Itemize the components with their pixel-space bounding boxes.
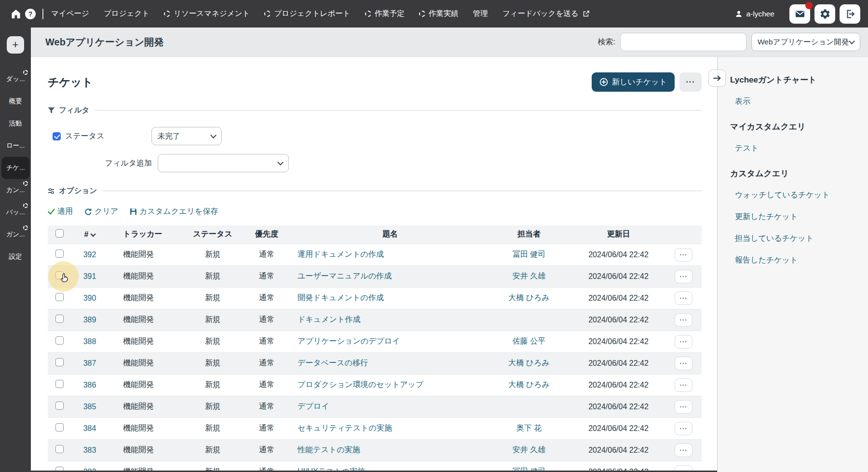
ticket-assignee-link[interactable]: 奥下 花 — [516, 424, 542, 432]
row-more-button[interactable]: ··· — [675, 248, 692, 262]
sidebar-collapse-button[interactable] — [708, 69, 726, 87]
ticket-subject-link[interactable]: デプロイ — [298, 402, 329, 410]
sidebar-item-概要[interactable]: 概要 — [1, 90, 29, 112]
row-checkbox[interactable] — [55, 423, 64, 431]
ticket-subject-link[interactable]: データベースの移行 — [298, 359, 368, 367]
topnav-menu-item[interactable]: プロジェクト — [104, 9, 149, 19]
row-checkbox[interactable] — [55, 445, 64, 453]
user-menu[interactable]: a-lychee — [734, 10, 774, 18]
topnav-menu-item[interactable]: 作業予定 — [365, 9, 405, 19]
project-selector[interactable]: Webアプリケーション開発 — [751, 33, 860, 51]
sidebar-query-link[interactable]: 担当しているチケット — [735, 234, 868, 244]
status-filter-select[interactable]: 未完了 — [151, 127, 222, 145]
status-filter-checkbox[interactable] — [53, 132, 61, 140]
topnav-menu-item[interactable]: 管理 — [473, 9, 488, 19]
ticket-assignee-link[interactable]: 冨田 健司 — [513, 250, 545, 258]
sidebar-query-link[interactable]: 表示 — [735, 97, 868, 107]
settings-button[interactable] — [814, 4, 835, 24]
row-more-button[interactable]: ··· — [675, 422, 692, 435]
clear-button[interactable]: クリア — [84, 207, 118, 217]
help-icon[interactable]: ? — [23, 7, 38, 21]
ticket-subject-link[interactable]: アプリケーションのデプロイ — [298, 337, 400, 345]
column-header[interactable]: 題名 — [294, 225, 487, 244]
filter-section-header[interactable]: フィルタ — [48, 105, 702, 115]
topnav-menu-item[interactable]: 作業実績 — [419, 9, 459, 19]
row-more-button[interactable]: ··· — [675, 313, 692, 327]
column-header[interactable]: ステータス — [186, 225, 240, 244]
column-header[interactable]: 担当者 — [487, 225, 571, 244]
ticket-id-link[interactable]: 383 — [83, 446, 96, 454]
ticket-assignee-link[interactable]: 大橋 ひろみ — [508, 293, 550, 302]
sidebar-query-link[interactable]: 報告したチケット — [735, 255, 868, 265]
ticket-id-link[interactable]: 392 — [83, 250, 96, 259]
logout-button[interactable] — [840, 4, 860, 24]
sidebar-item-バッ[interactable]: バッ... — [1, 201, 29, 223]
page-more-button[interactable]: ··· — [679, 72, 702, 92]
ticket-subject-link[interactable]: 運用ドキュメントの作成 — [298, 250, 384, 258]
sidebar-item-ガン[interactable]: ガン... — [1, 223, 29, 246]
ticket-assignee-link[interactable]: 佐藤 公平 — [513, 337, 545, 345]
ticket-id-link[interactable]: 390 — [83, 294, 96, 302]
row-more-button[interactable]: ··· — [675, 270, 692, 283]
ticket-assignee-link[interactable]: 大橋 ひろみ — [508, 359, 550, 367]
row-checkbox[interactable] — [55, 380, 64, 388]
row-checkbox[interactable] — [55, 293, 64, 301]
topnav-menu-item[interactable]: フィードバックを送る — [502, 9, 590, 19]
sidebar-item-カン[interactable]: カン... — [1, 179, 29, 201]
sidebar-query-link[interactable]: 更新したチケット — [735, 212, 868, 222]
row-checkbox[interactable] — [55, 250, 64, 258]
row-more-button[interactable]: ··· — [675, 292, 692, 305]
gear-icon — [819, 8, 831, 20]
row-more-button[interactable]: ··· — [675, 335, 692, 348]
ticket-id-link[interactable]: 391 — [83, 272, 96, 280]
topnav-menu-item[interactable]: プロジェクトレポート — [264, 9, 350, 19]
ticket-subject-link[interactable]: プロダクション環境のセットアップ — [298, 380, 423, 389]
ticket-assignee-link[interactable]: 大橋 ひろみ — [508, 380, 550, 389]
ticket-id-link[interactable]: 387 — [83, 359, 96, 367]
row-more-button[interactable]: ··· — [675, 357, 692, 370]
sidebar-item-ロー[interactable]: ロー... — [1, 135, 29, 157]
ticket-subject-link[interactable]: ドキュメント作成 — [298, 315, 360, 323]
ticket-id-link[interactable]: 384 — [83, 424, 96, 432]
sidebar-item-ダッ[interactable]: ダッ... — [1, 68, 29, 90]
ticket-subject-link[interactable]: 開発ドキュメントの作成 — [298, 293, 384, 302]
select-all-checkbox[interactable] — [55, 229, 64, 237]
row-more-button[interactable]: ··· — [675, 378, 692, 392]
sidebar-query-link[interactable]: ウォッチしているチケット — [735, 190, 868, 200]
row-more-button[interactable]: ··· — [675, 444, 692, 457]
new-ticket-button[interactable]: 新しいチケット — [592, 72, 675, 92]
add-filter-select[interactable] — [158, 154, 289, 172]
search-input[interactable] — [620, 33, 746, 51]
row-checkbox[interactable] — [55, 336, 64, 345]
save-query-button[interactable]: カスタムクエリを保存 — [130, 207, 218, 217]
column-header[interactable]: トラッカー — [108, 225, 186, 244]
row-checkbox[interactable] — [55, 271, 64, 279]
ticket-id-link[interactable]: 388 — [83, 337, 96, 346]
sidebar-item-活動[interactable]: 活動 — [1, 112, 29, 135]
topnav-menu-item[interactable]: マイページ — [51, 9, 89, 19]
row-more-button[interactable]: ··· — [675, 400, 692, 414]
row-checkbox[interactable] — [55, 402, 64, 410]
ticket-id-link[interactable]: 385 — [83, 403, 96, 411]
apply-button[interactable]: 適用 — [48, 207, 73, 217]
sidebar-item-設定[interactable]: 設定 — [1, 246, 29, 268]
column-header[interactable]: # — [71, 225, 108, 244]
ticket-subject-link[interactable]: 性能テストの実施 — [298, 445, 360, 454]
row-checkbox[interactable] — [55, 358, 64, 366]
sidebar-item-チケ[interactable]: チケ... — [1, 157, 29, 179]
ticket-subject-link[interactable]: ユーザーマニュアルの作成 — [298, 272, 392, 280]
ticket-subject-link[interactable]: セキュリティテストの実施 — [298, 424, 392, 432]
ticket-id-link[interactable]: 386 — [83, 381, 96, 389]
row-checkbox[interactable] — [55, 315, 64, 323]
messages-button[interactable] — [789, 4, 810, 24]
home-icon[interactable] — [9, 7, 23, 21]
add-button[interactable]: + — [7, 36, 24, 54]
options-section-header[interactable]: オプション — [48, 186, 702, 196]
column-header[interactable]: 優先度 — [240, 225, 294, 244]
ticket-id-link[interactable]: 389 — [83, 316, 96, 324]
ticket-assignee-link[interactable]: 安井 久雄 — [513, 445, 545, 454]
sidebar-query-link[interactable]: テスト — [735, 143, 868, 153]
topnav-menu-item[interactable]: リソースマネジメント — [164, 9, 250, 19]
ticket-assignee-link[interactable]: 安井 久雄 — [513, 272, 545, 280]
column-header[interactable]: 更新日 — [571, 225, 665, 244]
